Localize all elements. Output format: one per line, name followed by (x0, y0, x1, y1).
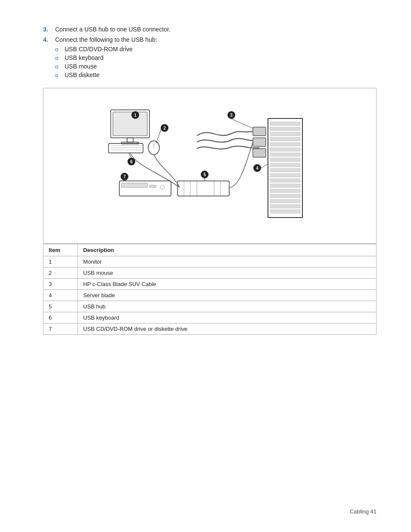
svg-text:1: 1 (134, 113, 137, 118)
sub-item-1: o USB CD/DVD-ROM drive (55, 46, 377, 53)
svg-line-45 (261, 164, 268, 168)
table-cell-description: USB hub (78, 301, 377, 312)
table-row: 7USB CD/DVD-ROM drive or diskette drive (44, 324, 377, 335)
table-cell-description: Server blade (78, 290, 377, 301)
sub-item-4: o USB diskette (55, 72, 377, 78)
step-4-text: Connect the following to the USB hub: o … (55, 36, 377, 80)
table-row: 1Monitor (44, 256, 377, 268)
svg-rect-41 (270, 205, 300, 208)
svg-point-58 (160, 185, 165, 190)
col-header-item: Item (44, 244, 78, 256)
svg-rect-57 (149, 185, 156, 187)
svg-text:3: 3 (230, 113, 233, 118)
svg-rect-56 (121, 183, 147, 187)
svg-rect-1 (113, 112, 147, 136)
svg-rect-39 (270, 194, 300, 198)
sub-item-1-text: USB CD/DVD-ROM drive (65, 46, 133, 53)
step-4: 4. Connect the following to the USB hub:… (43, 36, 377, 80)
svg-rect-32 (270, 158, 300, 162)
svg-rect-46 (177, 181, 229, 196)
step-3-text: Connect a USB hub to one USB connector. (55, 26, 377, 33)
step-4-number: 4. (43, 36, 55, 43)
steps-list: 3. Connect a USB hub to one USB connecto… (43, 26, 377, 80)
table-cell-description: USB CD/DVD-ROM drive or diskette drive (78, 324, 377, 335)
svg-rect-29 (270, 143, 300, 146)
svg-rect-38 (270, 189, 300, 193)
svg-rect-30 (270, 148, 300, 151)
sub-item-4-text: USB diskette (65, 72, 100, 78)
table-cell-item: 7 (44, 324, 78, 335)
step-3: 3. Connect a USB hub to one USB connecto… (43, 26, 377, 33)
svg-rect-31 (270, 153, 300, 156)
sub-item-3-text: USB mouse (65, 63, 97, 70)
svg-line-12 (129, 153, 131, 158)
svg-rect-21 (253, 127, 266, 136)
svg-text:2: 2 (163, 126, 166, 131)
table-cell-item: 4 (44, 290, 78, 301)
sub-item-3: o USB mouse (55, 63, 377, 70)
svg-rect-34 (270, 168, 300, 172)
svg-rect-23 (253, 149, 266, 157)
svg-rect-2 (127, 138, 133, 142)
table-cell-description: HP c-Class Blade SUV Cable (78, 279, 377, 290)
svg-rect-6 (109, 143, 143, 153)
svg-text:4: 4 (256, 166, 258, 171)
table-row: 6USB keyboard (44, 312, 377, 324)
svg-rect-36 (270, 179, 300, 182)
table-row: 3HP c-Class Blade SUV Cable (44, 279, 377, 290)
footer-text: Cabling 41 (350, 508, 377, 515)
svg-rect-33 (270, 163, 300, 167)
svg-rect-35 (270, 174, 300, 177)
sub-list: o USB CD/DVD-ROM drive o USB keyboard o … (55, 46, 377, 78)
table-cell-item: 6 (44, 312, 78, 324)
table-cell-description: USB keyboard (78, 312, 377, 324)
table-cell-item: 1 (44, 256, 78, 268)
sub-bullet-2: o (55, 54, 65, 61)
table-row: 5USB hub (44, 301, 377, 312)
sub-bullet-3: o (55, 63, 65, 70)
svg-text:6: 6 (130, 159, 133, 164)
svg-rect-28 (270, 137, 300, 141)
svg-rect-42 (270, 210, 300, 213)
figure-box: 1 6 2 3 (43, 88, 377, 244)
table-cell-item: 2 (44, 268, 78, 279)
page-footer: Cabling 41 (350, 508, 377, 515)
svg-rect-27 (270, 132, 300, 136)
table-header-row: Item Description (44, 244, 377, 256)
page-content: 3. Connect a USB hub to one USB connecto… (0, 0, 411, 361)
svg-text:5: 5 (203, 172, 206, 177)
svg-line-17 (156, 128, 162, 143)
svg-rect-26 (270, 127, 300, 131)
table-cell-item: 3 (44, 279, 78, 290)
table-row: 2USB mouse (44, 268, 377, 279)
table-cell-description: USB mouse (78, 268, 377, 279)
diagram-svg: 1 6 2 3 (98, 97, 322, 235)
table-cell-item: 5 (44, 301, 78, 312)
col-header-description: Description (78, 244, 377, 256)
sub-bullet-4: o (55, 72, 65, 78)
svg-rect-40 (270, 199, 300, 203)
svg-text:7: 7 (123, 174, 126, 179)
svg-rect-25 (270, 122, 300, 125)
svg-rect-22 (253, 138, 266, 146)
sub-bullet-1: o (55, 46, 65, 53)
table-cell-description: Monitor (78, 256, 377, 268)
svg-rect-37 (270, 184, 300, 187)
svg-line-20 (231, 119, 255, 129)
table-row: 4Server blade (44, 290, 377, 301)
sub-item-2: o USB keyboard (55, 54, 377, 61)
sub-item-2-text: USB keyboard (65, 54, 103, 61)
step-3-number: 3. (43, 26, 55, 33)
items-table: Item Description 1Monitor2USB mouse3HP c… (43, 244, 377, 335)
